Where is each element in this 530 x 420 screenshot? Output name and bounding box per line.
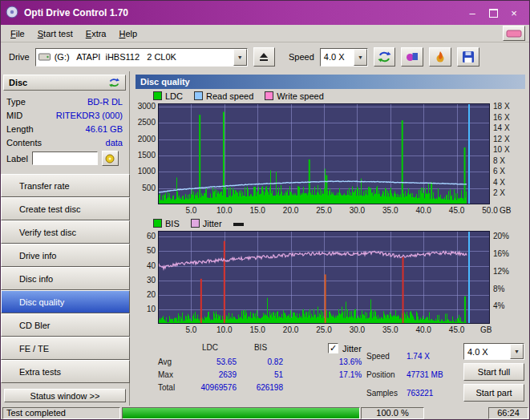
status-cell: Test completed [2, 407, 120, 419]
legend-item: Read speed [194, 91, 253, 101]
result-bis-value: 626198 [238, 383, 283, 392]
maximize-icon [489, 9, 498, 18]
disc-header-label: Disc [9, 78, 27, 87]
progress-fill [123, 408, 359, 418]
close-button[interactable]: × [504, 4, 524, 22]
toolbar: Drive (G:) ATAPI iHBS112 2 CL0K ▼ Speed … [1, 42, 529, 71]
sidebar-item-create-test-disc[interactable]: Create test disc [1, 197, 130, 220]
legend-label: Read speed [206, 91, 253, 101]
title-bar: Opti Drive Control 1.70 – × [1, 1, 529, 25]
y-left-tick: 50 [128, 246, 156, 255]
menu-item-help[interactable]: Help [112, 26, 144, 41]
x-tick: 20.0 [279, 325, 303, 334]
refresh-button[interactable] [374, 47, 395, 67]
x-tick: 30.0 [345, 325, 369, 334]
x-tick: 10.0 [212, 206, 237, 215]
bis-chart-canvas [158, 231, 490, 324]
disc-section-header: Disc [3, 75, 126, 91]
x-tick: 40.0 [411, 206, 435, 215]
menu-item-extra[interactable]: Extra [79, 26, 113, 41]
legend-swatch [265, 91, 273, 100]
y-left-tick: 3000 [128, 102, 156, 111]
y-left-tick: 20 [128, 290, 156, 299]
stat-label: Speed [366, 352, 405, 361]
refresh-icon [378, 51, 391, 63]
stat-label: Samples [366, 389, 405, 398]
menu-item-start-test[interactable]: Start test [31, 26, 79, 41]
jitter-checkbox[interactable]: ✓ Jitter [328, 343, 362, 353]
sidebar-item-label: Verify test disc [19, 228, 76, 237]
info-label: Length [6, 124, 34, 135]
start-full-button[interactable]: Start full [463, 363, 524, 381]
drive-select[interactable]: (G:) ATAPI iHBS112 2 CL0K ▼ [35, 48, 248, 67]
legend-label: Jitter [203, 219, 222, 228]
disc-refresh-button[interactable] [108, 78, 120, 87]
x-tick: 15.0 [245, 206, 269, 215]
status-window-button[interactable]: Status window >> [4, 389, 126, 402]
speed-select[interactable]: 4.0 X ▼ [320, 48, 368, 67]
x-tick: 5.0 [179, 325, 203, 334]
eraser-icon [506, 29, 522, 38]
legend-swatch [194, 91, 203, 100]
y-right-tick: 6 X [493, 167, 522, 176]
burn-tool-button[interactable] [429, 47, 451, 67]
x-tick: 5.0 [179, 206, 203, 215]
page-title: Disc quality [140, 77, 190, 87]
results-col-header-ldc: LDC [184, 343, 237, 352]
y-right-tick: 14 X [493, 123, 522, 132]
maximize-button[interactable] [483, 4, 504, 22]
sidebar-item-fe-te[interactable]: FE / TE [1, 337, 130, 360]
info-label: Type [6, 97, 26, 107]
progress-percent-cell: 100.0 % [361, 407, 424, 419]
y-right-tick: 20% [493, 232, 522, 240]
y-left-tick: 40 [128, 261, 156, 270]
test-speed-arrow[interactable]: ▼ [510, 344, 524, 359]
progress-percent: 100.0 % [376, 408, 408, 418]
x-tick: 25.0 [312, 325, 336, 334]
disc-quality-tool-button[interactable] [401, 47, 423, 67]
save-button[interactable] [457, 47, 479, 67]
sidebar-item-disc-info[interactable]: Disc info [1, 267, 130, 290]
x-axis-unit: GB [480, 325, 501, 334]
label-browse-button[interactable] [102, 151, 119, 166]
x-tick: 25.0 [312, 206, 336, 215]
start-part-button[interactable]: Start part [463, 384, 524, 402]
menu-item-file[interactable]: File [4, 26, 31, 41]
app-window: Opti Drive Control 1.70 – × FileStart te… [0, 0, 530, 420]
y-right-tick: 18 X [493, 102, 522, 111]
eject-button[interactable] [253, 47, 275, 67]
y-left-tick: 2500 [128, 118, 156, 127]
result-row-label: Avg [158, 357, 187, 366]
sidebar-item-extra-tests[interactable]: Extra tests [1, 360, 130, 383]
save-icon [463, 51, 474, 63]
x-tick: 35.0 [378, 325, 403, 334]
disc-label-icon [105, 154, 115, 164]
sidebar-item-transfer-rate[interactable]: Transfer rate [1, 174, 130, 197]
y-right-tick: 10 X [493, 145, 522, 154]
eraser-button[interactable] [503, 26, 525, 41]
ldc-chart-canvas [158, 103, 490, 204]
legend-item: Write speed [265, 91, 324, 101]
speed-select-arrow[interactable]: ▼ [354, 49, 367, 66]
sidebar-item-cd-bler[interactable]: CD Bler [1, 313, 130, 337]
sidebar-item-label: Create test disc [19, 204, 80, 214]
minimize-button[interactable]: – [462, 4, 483, 22]
sidebar-item-drive-info[interactable]: Drive info [1, 244, 130, 267]
label-input[interactable] [32, 151, 98, 165]
result-ldc-value: 2639 [184, 370, 237, 379]
info-value: data [106, 138, 123, 148]
sidebar-item-label: Transfer rate [19, 181, 70, 191]
sidebar-item-verify-test-disc[interactable]: Verify test disc [1, 220, 130, 244]
y-left-tick: 500 [128, 184, 156, 192]
sidebar-buttons: Transfer rateCreate test discVerify test… [1, 174, 130, 383]
drive-select-arrow[interactable]: ▼ [233, 49, 247, 66]
result-ldc-value: 53.65 [184, 357, 237, 366]
x-tick: 20.0 [279, 206, 303, 215]
x-tick: 15.0 [245, 325, 269, 334]
test-speed-select[interactable]: 4.0 X ▼ [463, 343, 524, 360]
y-right-tick: 4% [493, 301, 522, 310]
sidebar-item-disc-quality[interactable]: Disc quality [1, 290, 130, 313]
x-tick: 45.0 [445, 206, 469, 215]
y-left-tick: 1000 [128, 167, 156, 176]
y-right-tick: 8 X [493, 156, 522, 165]
